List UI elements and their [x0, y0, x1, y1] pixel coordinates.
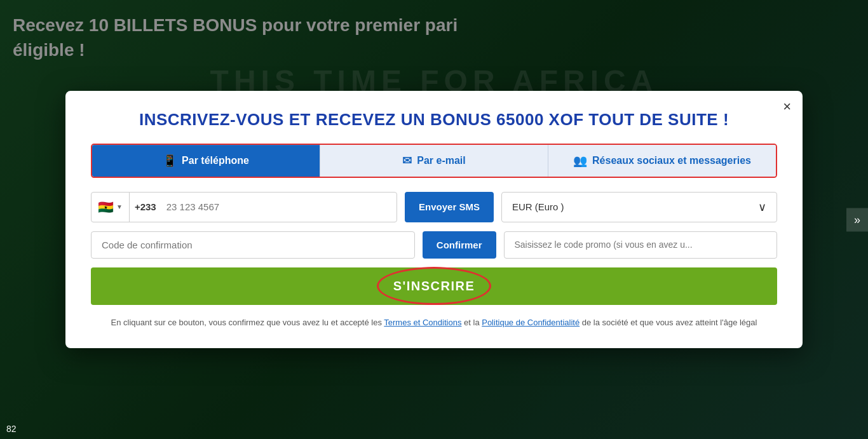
- flag-selector[interactable]: 🇬🇭 ▼: [92, 192, 130, 222]
- social-icon: 👥: [573, 154, 587, 168]
- legal-text: En cliquant sur ce bouton, vous confirme…: [91, 316, 777, 330]
- next-arrow-button[interactable]: »: [846, 208, 868, 231]
- confirmation-code-input[interactable]: [91, 231, 415, 259]
- promo-code-input[interactable]: [504, 231, 778, 259]
- tab-email[interactable]: ✉ Par e-mail: [320, 145, 548, 177]
- registration-tabs: 📱 Par téléphone ✉ Par e-mail 👥 Réseaux s…: [91, 144, 777, 178]
- confirmation-row: Confirmer: [91, 231, 777, 259]
- register-button[interactable]: S'INSCRIRE: [91, 267, 777, 305]
- confirm-button[interactable]: Confirmer: [423, 231, 496, 259]
- phone-row: 🇬🇭 ▼ +233 Envoyer SMS EUR (Euro ) ∨: [91, 192, 777, 222]
- send-sms-button[interactable]: Envoyer SMS: [405, 192, 494, 222]
- modal-title: INSCRIVEZ-VOUS ET RECEVEZ UN BONUS 65000…: [91, 110, 777, 130]
- tab-email-label: Par e-mail: [417, 155, 465, 166]
- tab-phone[interactable]: 📱 Par téléphone: [92, 145, 320, 177]
- tab-phone-label: Par téléphone: [182, 155, 249, 166]
- flag-emoji: 🇬🇭: [98, 199, 114, 215]
- phone-number-input[interactable]: [161, 194, 397, 220]
- page-number: 82: [6, 424, 17, 434]
- phone-prefix: +233: [130, 201, 161, 212]
- phone-icon: 📱: [163, 154, 177, 168]
- flag-chevron-icon: ▼: [116, 203, 123, 210]
- legal-text-before: En cliquant sur ce bouton, vous confirme…: [111, 318, 384, 327]
- email-icon: ✉: [402, 154, 412, 168]
- legal-text-after: de la société et que vous avez atteint l…: [580, 318, 757, 327]
- currency-chevron-icon: ∨: [758, 200, 766, 214]
- currency-value: EUR (Euro ): [512, 201, 564, 212]
- tab-social[interactable]: 👥 Réseaux sociaux et messageries: [548, 145, 776, 177]
- register-button-wrapper: S'INSCRIRE: [91, 267, 777, 305]
- tab-social-label: Réseaux sociaux et messageries: [592, 155, 751, 166]
- privacy-link[interactable]: Politique de Confidentialité: [482, 318, 580, 327]
- registration-modal: × INSCRIVEZ-VOUS ET RECEVEZ UN BONUS 650…: [65, 91, 803, 349]
- currency-select[interactable]: EUR (Euro ) ∨: [501, 192, 777, 222]
- legal-text-middle: et la: [461, 318, 482, 327]
- terms-link[interactable]: Termes et Conditions: [384, 318, 461, 327]
- side-nav-right: »: [846, 208, 868, 231]
- phone-input-group: 🇬🇭 ▼ +233: [91, 192, 397, 222]
- close-button[interactable]: ×: [783, 100, 791, 114]
